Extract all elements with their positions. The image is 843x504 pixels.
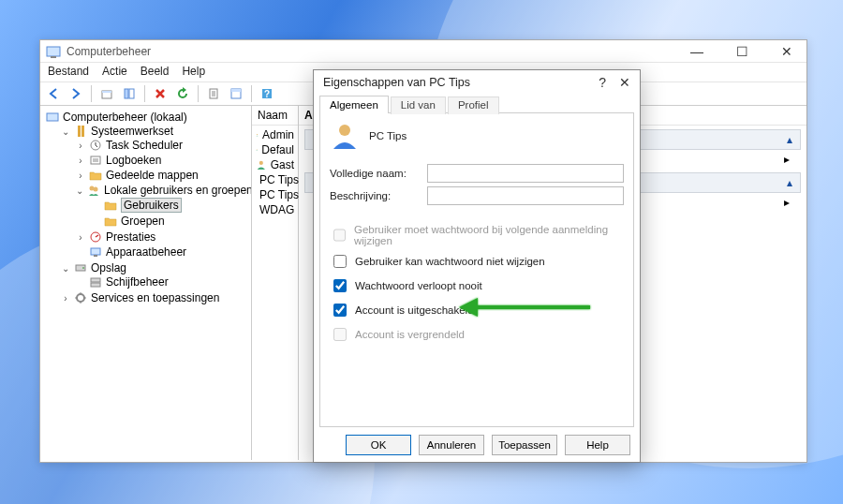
svg-rect-24 xyxy=(91,283,100,287)
close-button[interactable]: ✕ xyxy=(773,44,801,59)
list-pane: Naam Admin Defaul Gast PC Tips PC Tips W… xyxy=(252,106,299,460)
chk-cannot-change-pw[interactable]: Gebruiker kan wachtwoord niet wijzigen xyxy=(330,252,624,271)
svg-rect-12 xyxy=(78,126,81,137)
tree-systeemwerkset[interactable]: ⌄Systeemwerkset xyxy=(61,125,249,138)
tree-task-scheduler[interactable]: ›Task Scheduler xyxy=(76,139,249,152)
dialog-footer: OK Annuleren Toepassen Help xyxy=(314,427,640,455)
svg-rect-8 xyxy=(231,89,241,92)
tab-algemeen[interactable]: Algemeen xyxy=(319,96,389,113)
svg-rect-23 xyxy=(91,278,100,282)
list-item[interactable]: Admin xyxy=(256,127,294,142)
svg-rect-5 xyxy=(129,89,134,98)
tree-root[interactable]: Computerbeheer (lokaal) xyxy=(46,111,249,124)
tree-logboeken[interactable]: ›Logboeken xyxy=(76,154,249,167)
up-button[interactable] xyxy=(97,84,116,103)
refresh-button[interactable] xyxy=(173,84,192,103)
list-item[interactable]: PC Tips xyxy=(256,172,294,187)
apply-button[interactable]: Toepassen xyxy=(492,435,557,455)
svg-rect-11 xyxy=(47,113,58,121)
dialog-title: Eigenschappen van PC Tips xyxy=(323,76,470,89)
dialog-help-button[interactable]: ? xyxy=(599,75,606,90)
back-button[interactable] xyxy=(44,84,63,103)
list-item[interactable]: PC Tips xyxy=(256,187,294,202)
tab-content: PC Tips Volledige naam: Beschrijving: Ge… xyxy=(319,112,634,427)
export-button[interactable] xyxy=(204,84,223,103)
svg-point-17 xyxy=(94,187,98,192)
list-header: Naam xyxy=(252,106,298,126)
svg-point-28 xyxy=(259,161,263,165)
description-input[interactable] xyxy=(427,186,624,205)
svg-point-25 xyxy=(77,294,84,302)
svg-rect-3 xyxy=(102,91,111,93)
tree-prestaties[interactable]: ›Prestaties xyxy=(76,230,249,244)
tab-lid-van[interactable]: Lid van xyxy=(391,96,446,114)
svg-point-22 xyxy=(82,267,84,269)
tab-profiel[interactable]: Profiel xyxy=(448,96,499,114)
svg-rect-19 xyxy=(91,248,100,255)
properties-button[interactable] xyxy=(227,84,245,103)
collapse-icon: ▴ xyxy=(787,133,792,146)
user-icon xyxy=(330,121,360,151)
fullname-label: Volledige naam: xyxy=(330,168,420,179)
forward-button[interactable] xyxy=(67,84,85,103)
annotation-arrow xyxy=(459,293,590,325)
help-button[interactable]: Help xyxy=(565,435,630,455)
dialog-close-button[interactable]: ✕ xyxy=(619,75,630,90)
tree-groepen[interactable]: Groepen xyxy=(91,215,249,228)
username-label: PC Tips xyxy=(369,130,407,141)
tree-gedeelde-mappen[interactable]: ›Gedeelde mappen xyxy=(76,169,249,182)
svg-rect-13 xyxy=(81,126,84,137)
tab-bar: Algemeen Lid van Profiel xyxy=(314,96,640,113)
tree-schijfbeheer[interactable]: Schijfbeheer xyxy=(76,275,249,289)
properties-dialog: Eigenschappen van PC Tips ? ✕ Algemeen L… xyxy=(313,69,641,463)
svg-point-32 xyxy=(339,125,350,136)
tree-pane[interactable]: Computerbeheer (lokaal) ⌄Systeemwerkset … xyxy=(40,106,252,460)
chk-account-locked: Account is vergrendeld xyxy=(330,325,624,344)
collapse-icon: ▴ xyxy=(787,176,792,189)
app-icon xyxy=(46,44,61,59)
svg-rect-15 xyxy=(91,156,100,164)
tree-apparaatbeheer[interactable]: Apparaatbeheer xyxy=(76,245,249,259)
list-item[interactable]: WDAG xyxy=(256,202,294,217)
window-title: Computerbeheer xyxy=(67,45,151,58)
svg-point-27 xyxy=(257,149,258,150)
menu-help[interactable]: Help xyxy=(182,65,205,78)
svg-rect-1 xyxy=(51,56,56,58)
svg-text:?: ? xyxy=(264,89,270,99)
cancel-button[interactable]: Annuleren xyxy=(419,435,484,455)
chk-must-change-pw: Gebruiker moet wachtwoord bij volgende a… xyxy=(330,224,624,246)
menu-beeld[interactable]: Beeld xyxy=(140,65,170,78)
list-item[interactable]: Gast xyxy=(256,157,294,172)
titlebar: Computerbeheer — ☐ ✕ xyxy=(40,40,806,63)
ok-button[interactable]: OK xyxy=(346,435,411,455)
tree-services[interactable]: ›Services en toepassingen xyxy=(61,291,249,304)
fullname-input[interactable] xyxy=(427,164,624,183)
menu-bestand[interactable]: Bestand xyxy=(48,65,89,78)
maximize-button[interactable]: ☐ xyxy=(728,44,756,59)
delete-button[interactable] xyxy=(151,84,170,103)
description-label: Beschrijving: xyxy=(330,190,420,201)
help-button[interactable]: ? xyxy=(258,84,276,103)
svg-rect-0 xyxy=(47,47,60,56)
tree-gebruikers[interactable]: Gebruikers xyxy=(91,198,249,213)
chk-pw-never-expires[interactable]: Wachtwoord verloopt nooit xyxy=(330,276,624,295)
minimize-button[interactable]: — xyxy=(683,44,711,59)
show-hide-button[interactable] xyxy=(120,84,139,103)
svg-rect-20 xyxy=(94,255,97,257)
menu-actie[interactable]: Actie xyxy=(102,65,127,78)
tree-lokale-gebruikers-groepen[interactable]: ⌄Lokale gebruikers en groepen xyxy=(76,184,249,197)
chevron-right-icon: ▸ xyxy=(784,153,790,166)
tree-opslag[interactable]: ⌄Opslag xyxy=(61,261,249,274)
chevron-right-icon: ▸ xyxy=(784,196,790,209)
svg-point-26 xyxy=(257,134,258,135)
svg-rect-4 xyxy=(125,89,128,98)
dialog-titlebar: Eigenschappen van PC Tips ? ✕ xyxy=(314,70,640,95)
list-item[interactable]: Defaul xyxy=(256,142,294,157)
